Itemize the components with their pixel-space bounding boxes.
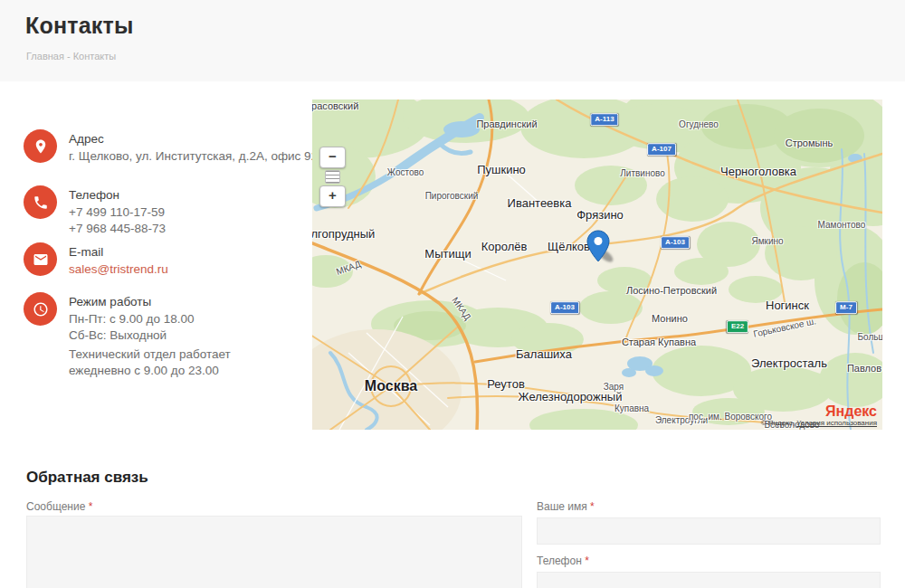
map-place-label: Монино: [652, 313, 688, 324]
terms-link[interactable]: Условия использования: [796, 419, 877, 427]
name-label: Ваше имя *: [537, 500, 595, 513]
map-place-label: Долгопрудный: [312, 227, 375, 241]
message-input[interactable]: [26, 516, 522, 588]
phone-number: +7 968 445-88-73: [69, 221, 166, 237]
map-place-label: Москва: [365, 378, 417, 394]
map-place-label: Балашиха: [516, 347, 572, 361]
breadcrumb: Главная - Контакты: [26, 51, 116, 62]
map-place-label: Жостово: [387, 167, 424, 177]
page-title: Контакты: [25, 13, 133, 39]
contact-email: E-mail sales@tristrend.ru: [24, 242, 168, 278]
address-value: г. Щелково, ул. Институтская, д.2А, офис…: [69, 148, 318, 165]
phone-input[interactable]: [537, 572, 881, 588]
zoom-ruler[interactable]: [325, 170, 340, 184]
map-place-label: Стромынь: [786, 138, 834, 148]
email-label: E-mail: [69, 244, 168, 261]
map-place-label: Ногинск: [766, 299, 809, 312]
location-pin-icon: [24, 129, 57, 163]
map-place-label: Купавна: [614, 403, 649, 413]
road-badge: Е22: [727, 320, 748, 333]
contact-schedule: Режим работы Пн-Пт: с 9.00 до 18.00 Сб-В…: [24, 292, 195, 343]
map-zoom-control: − +: [319, 147, 345, 207]
map-place-label: Заря: [604, 382, 624, 392]
map-place-label: Мамонтово: [818, 220, 866, 230]
breadcrumb-separator: -: [67, 51, 71, 62]
name-input[interactable]: [537, 517, 881, 545]
phone-icon: [24, 185, 57, 219]
clock-icon: [24, 292, 57, 326]
road-badge: А-107: [647, 143, 676, 156]
road-badge: М-7: [835, 301, 857, 314]
page-header: Контакты Главная - Контакты: [0, 0, 905, 81]
map-place-label: Правдинский: [476, 119, 537, 129]
road-badge: А-103: [550, 301, 579, 314]
map-place-label: Огуднево: [679, 119, 719, 129]
map-place-label: Красовский: [312, 100, 358, 111]
map-place-label: Электросталь: [751, 356, 827, 370]
schedule-line: Пн-Пт: с 9.00 до 18.00: [69, 311, 195, 327]
phone-field-label: Телефон *: [537, 555, 589, 567]
email-link[interactable]: sales@tristrend.ru: [69, 262, 168, 276]
map-place-label: Ямкино: [751, 236, 783, 246]
map-place-label: Пироговский: [425, 191, 479, 201]
road-badge: А-113: [590, 113, 618, 126]
map-attribution: Яндекс © Яндекс, Условия использования: [761, 404, 877, 427]
map-place-label: Пушкино: [477, 163, 526, 176]
contact-phone: Телефон +7 499 110-17-59 +7 968 445-88-7…: [24, 185, 166, 236]
map-place-label: Черноголовка: [720, 165, 796, 178]
zoom-out-button[interactable]: −: [319, 147, 346, 168]
map-place-label: Ивантеевка: [508, 196, 572, 210]
tech-department-note: Технический отдел работает ежедневно с 9…: [69, 346, 231, 379]
map-place-label: Реутов: [487, 377, 525, 391]
phone-label: Телефон: [69, 187, 166, 204]
copyright-text: © Яндекс,: [761, 419, 795, 427]
map-place-label: Старая Купавна: [622, 337, 696, 347]
map-place-label: Железнодорожный: [519, 390, 623, 403]
road-badge: А-103: [661, 236, 690, 249]
zoom-in-button[interactable]: +: [319, 185, 346, 207]
map-pin-icon[interactable]: [586, 230, 610, 262]
phone-number: +7 499 110-17-59: [69, 204, 166, 221]
envelope-icon: [24, 242, 57, 276]
map-place-label: Литвиново: [620, 168, 664, 178]
breadcrumb-home-link[interactable]: Главная: [26, 51, 64, 62]
map-place-label: Больш: [858, 332, 882, 342]
map-place-label: Лосино-Петровский: [626, 285, 717, 296]
message-label: Сообщение *: [26, 500, 92, 513]
map-place-label: Мытищи: [424, 247, 471, 261]
schedule-line: Сб-Вс: Выходной: [69, 327, 195, 344]
yandex-map[interactable]: КрасовскийПравдинскийПушкиноЖостовоПирог…: [312, 100, 882, 430]
address-label: Адрес: [69, 131, 318, 147]
breadcrumb-current: Контакты: [73, 51, 117, 62]
map-place-label: Фрязино: [576, 208, 624, 222]
feedback-title: Обратная связь: [26, 469, 148, 487]
schedule-label: Режим работы: [69, 294, 195, 310]
map-place-label: пос. им. Воровского: [689, 412, 772, 422]
yandex-logo[interactable]: Яндекс: [761, 404, 877, 419]
map-place-label: Павлов: [847, 363, 881, 374]
map-place-label: Королёв: [481, 240, 528, 253]
contact-address: Адрес г. Щелково, ул. Институтская, д.2А…: [24, 129, 318, 165]
